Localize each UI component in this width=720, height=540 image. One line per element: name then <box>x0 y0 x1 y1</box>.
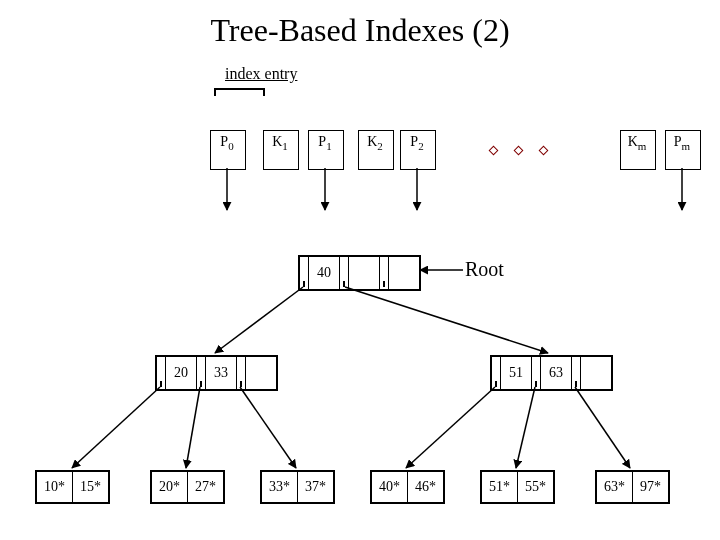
node-ptr <box>197 357 206 389</box>
root-key: 40 <box>309 257 340 289</box>
svg-line-12 <box>575 387 630 468</box>
leaf-entry: 33* <box>262 472 298 502</box>
root-blank <box>349 257 380 289</box>
leaf-node: 33* 37* <box>260 470 335 504</box>
internal-node-right: 51 63 <box>490 355 613 391</box>
root-blank <box>389 257 419 289</box>
leaf-entry: 27* <box>188 472 223 502</box>
leaf-entry: 55* <box>518 472 553 502</box>
svg-line-9 <box>240 387 296 468</box>
idx-label-k1: K1 <box>263 134 297 152</box>
svg-line-8 <box>186 387 200 468</box>
idx-label-p1: P1 <box>308 134 342 152</box>
svg-line-5 <box>215 287 303 353</box>
root-node: 40 <box>298 255 421 291</box>
ellipsis-dot <box>489 146 499 156</box>
root-label: Root <box>465 258 504 281</box>
node-ptr <box>237 357 246 389</box>
root-ptr <box>300 257 309 289</box>
leaf-entry: 51* <box>482 472 518 502</box>
leaf-node: 51* 55* <box>480 470 555 504</box>
leaf-entry: 20* <box>152 472 188 502</box>
ellipsis-dot <box>514 146 524 156</box>
internal-node-left: 20 33 <box>155 355 278 391</box>
leaf-entry: 46* <box>408 472 443 502</box>
idx-label-p2: P2 <box>400 134 434 152</box>
leaf-node: 10* 15* <box>35 470 110 504</box>
root-ptr <box>340 257 349 289</box>
root-ptr <box>380 257 389 289</box>
svg-line-11 <box>516 387 535 468</box>
node-key: 33 <box>206 357 237 389</box>
leaf-entry: 15* <box>73 472 108 502</box>
leaf-entry: 40* <box>372 472 408 502</box>
svg-line-6 <box>345 287 548 353</box>
leaf-entry: 63* <box>597 472 633 502</box>
node-key: 51 <box>501 357 532 389</box>
node-blank <box>246 357 276 389</box>
node-ptr <box>572 357 581 389</box>
leaf-node: 20* 27* <box>150 470 225 504</box>
svg-line-10 <box>406 387 495 468</box>
idx-label-km: Km <box>620 134 654 152</box>
idx-label-p0: P0 <box>210 134 244 152</box>
node-ptr <box>492 357 501 389</box>
leaf-entry: 97* <box>633 472 668 502</box>
leaf-entry: 37* <box>298 472 333 502</box>
node-ptr <box>157 357 166 389</box>
node-blank <box>581 357 611 389</box>
page-title: Tree-Based Indexes (2) <box>0 12 720 49</box>
leaf-node: 63* 97* <box>595 470 670 504</box>
node-key: 63 <box>541 357 572 389</box>
ellipsis-dot <box>539 146 549 156</box>
svg-line-7 <box>72 387 160 468</box>
index-entry-label: index entry <box>225 65 297 83</box>
idx-label-pm: Pm <box>665 134 699 152</box>
leaf-entry: 10* <box>37 472 73 502</box>
index-entry-bracket <box>214 88 265 96</box>
node-ptr <box>532 357 541 389</box>
node-key: 20 <box>166 357 197 389</box>
idx-label-k2: K2 <box>358 134 392 152</box>
leaf-node: 40* 46* <box>370 470 445 504</box>
